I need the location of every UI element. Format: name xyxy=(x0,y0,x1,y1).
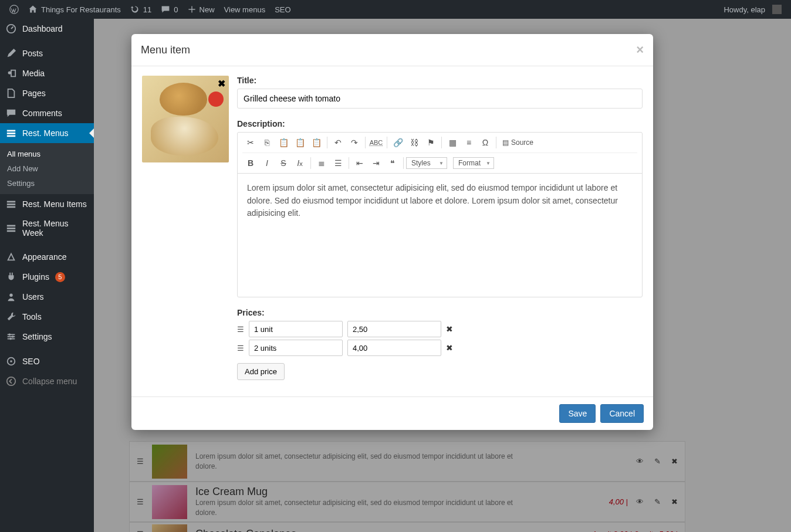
bullet-list-icon[interactable]: ☰ xyxy=(330,155,346,171)
format-dropdown[interactable]: Format xyxy=(453,157,494,169)
new-content-link[interactable]: New xyxy=(183,0,219,19)
table-icon[interactable]: ▦ xyxy=(444,135,461,150)
item-image[interactable] xyxy=(142,76,229,162)
svg-point-7 xyxy=(9,334,11,336)
comments-count: 0 xyxy=(174,5,178,14)
price-row: ☰ ✖ xyxy=(237,340,643,356)
anchor-icon[interactable]: ⚑ xyxy=(422,135,439,150)
avatar xyxy=(772,5,782,14)
description-label: Description: xyxy=(237,119,643,128)
menu-seo[interactable]: SEO xyxy=(0,351,94,371)
menu-pages[interactable]: Pages xyxy=(0,83,94,103)
content-area: ☰ Lorem ipsum dolor sit amet, consectetu… xyxy=(94,19,791,532)
hr-icon[interactable]: ≡ xyxy=(461,135,477,150)
italic-icon[interactable]: I xyxy=(259,155,275,171)
numbered-list-icon[interactable]: ≣ xyxy=(313,155,330,171)
bold-icon[interactable]: B xyxy=(242,155,259,171)
remove-image-icon[interactable]: ✖ xyxy=(218,78,225,89)
view-menus-link[interactable]: View menus xyxy=(219,0,271,19)
updates-count: 11 xyxy=(143,5,151,14)
site-name-link[interactable]: Things For Restaurants xyxy=(23,0,126,19)
admin-sidebar: Dashboard Posts Media Pages Comments Res… xyxy=(0,19,94,532)
submenu-settings[interactable]: Settings xyxy=(0,176,94,191)
submenu-all-menus[interactable]: All menus xyxy=(0,147,94,161)
price-amount-input[interactable] xyxy=(347,340,441,356)
outdent-icon[interactable]: ⇤ xyxy=(351,155,368,171)
menu-dashboard[interactable]: Dashboard xyxy=(0,19,94,39)
howdy-text: Howdy, elap xyxy=(724,5,765,14)
account-link[interactable]: Howdy, elap xyxy=(719,0,786,19)
cancel-button[interactable]: Cancel xyxy=(600,404,644,423)
wp-logo[interactable] xyxy=(5,0,23,19)
strike-icon[interactable]: S xyxy=(275,155,292,171)
menu-plugins[interactable]: Plugins 5 xyxy=(0,267,94,287)
menu-item-modal: Menu item × ✖ Title: Description: ✂ ⎘ xyxy=(131,34,653,430)
close-icon[interactable]: × xyxy=(636,42,644,57)
modal-header: Menu item × xyxy=(131,34,653,66)
admin-bar: Things For Restaurants 11 0 New View men… xyxy=(0,0,791,19)
drag-handle-icon[interactable]: ☰ xyxy=(237,344,244,353)
rich-text-editor: ✂ ⎘ 📋 📋 📋 ↶ ↷ ABC 🔗 ⛓ xyxy=(237,132,643,297)
menu-rest-menu-items[interactable]: Rest. Menu Items xyxy=(0,194,94,214)
new-label: New xyxy=(200,5,215,14)
menu-posts[interactable]: Posts xyxy=(0,43,94,63)
cut-icon[interactable]: ✂ xyxy=(242,135,259,150)
modal-title: Menu item xyxy=(141,44,190,56)
svg-point-11 xyxy=(10,360,12,362)
indent-icon[interactable]: ⇥ xyxy=(368,155,384,171)
remove-price-icon[interactable]: ✖ xyxy=(446,324,453,334)
blockquote-icon[interactable]: ❝ xyxy=(384,155,401,171)
modal-footer: Save Cancel xyxy=(131,397,653,430)
price-amount-input[interactable] xyxy=(347,321,441,337)
specialchar-icon[interactable]: Ω xyxy=(477,135,493,150)
editor-content[interactable]: Lorem ipsum dolor sit amet, consectetur … xyxy=(238,174,642,297)
updates-link[interactable]: 11 xyxy=(126,0,156,19)
redo-icon[interactable]: ↷ xyxy=(346,135,363,150)
comments-link[interactable]: 0 xyxy=(156,0,182,19)
price-label-input[interactable] xyxy=(249,340,343,356)
menu-tools[interactable]: Tools xyxy=(0,307,94,327)
svg-point-3 xyxy=(9,294,12,297)
remove-price-icon[interactable]: ✖ xyxy=(446,343,453,353)
source-button[interactable]: ▤ Source xyxy=(499,138,537,147)
svg-point-9 xyxy=(9,338,12,340)
menu-rest-menus[interactable]: Rest. Menus xyxy=(0,123,94,143)
menu-users[interactable]: Users xyxy=(0,287,94,307)
svg-point-0 xyxy=(10,5,18,13)
paste-icon[interactable]: 📋 xyxy=(275,135,292,150)
svg-point-12 xyxy=(7,377,15,385)
menu-comments[interactable]: Comments xyxy=(0,103,94,123)
undo-icon[interactable]: ↶ xyxy=(330,135,346,150)
add-price-button[interactable]: Add price xyxy=(237,363,285,380)
price-label-input[interactable] xyxy=(249,321,343,337)
menu-rest-menus-week[interactable]: Rest. Menus Week xyxy=(0,214,94,242)
plugins-count-badge: 5 xyxy=(55,272,65,282)
prices-label: Prices: xyxy=(237,308,643,317)
styles-dropdown[interactable]: Styles xyxy=(406,157,447,169)
submenu-add-new[interactable]: Add New xyxy=(0,161,94,176)
title-label: Title: xyxy=(237,76,643,85)
menu-appearance[interactable]: Appearance xyxy=(0,247,94,267)
save-button[interactable]: Save xyxy=(559,404,596,423)
source-icon: ▤ xyxy=(502,138,509,147)
title-input[interactable] xyxy=(237,89,643,109)
collapse-menu[interactable]: Collapse menu xyxy=(0,371,94,391)
menu-settings[interactable]: Settings xyxy=(0,327,94,347)
price-row: ☰ ✖ xyxy=(237,321,643,337)
paste-text-icon[interactable]: 📋 xyxy=(292,135,308,150)
submenu-rest-menus: All menus Add New Settings xyxy=(0,143,94,194)
link-icon[interactable]: 🔗 xyxy=(390,135,406,150)
menu-media[interactable]: Media xyxy=(0,63,94,83)
unlink-icon[interactable]: ⛓ xyxy=(406,135,422,150)
drag-handle-icon[interactable]: ☰ xyxy=(237,325,244,334)
svg-point-8 xyxy=(12,336,14,338)
site-name: Things For Restaurants xyxy=(41,5,121,14)
seo-link[interactable]: SEO xyxy=(270,0,295,19)
removeformat-icon[interactable]: Ix xyxy=(292,155,308,171)
paste-word-icon[interactable]: 📋 xyxy=(308,135,324,150)
spellcheck-icon[interactable]: ABC xyxy=(368,135,384,150)
copy-icon[interactable]: ⎘ xyxy=(259,135,275,150)
